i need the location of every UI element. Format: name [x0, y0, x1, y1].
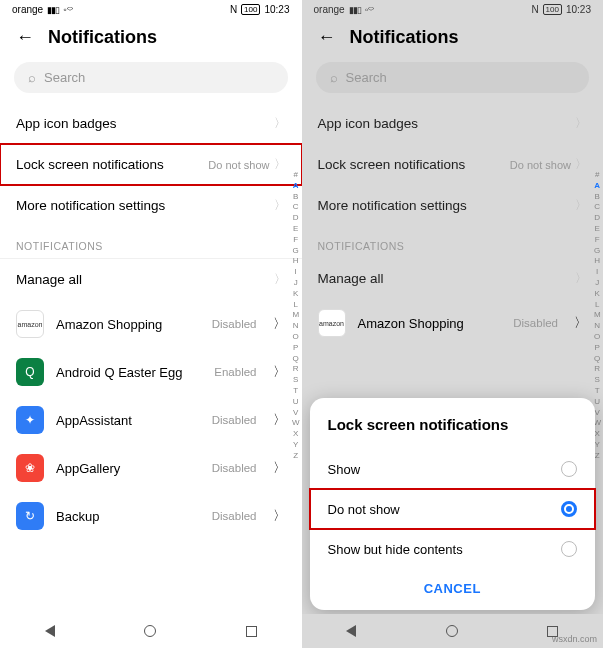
index-letter[interactable]: U [593, 397, 601, 408]
back-icon[interactable]: ← [16, 27, 34, 48]
row-manage-all[interactable]: Manage all 〉 [0, 258, 302, 300]
index-letter[interactable]: S [292, 375, 300, 386]
nav-home-icon[interactable] [446, 625, 458, 637]
search-placeholder: Search [346, 70, 387, 85]
nav-back-icon[interactable] [346, 625, 356, 637]
index-letter[interactable]: A [593, 181, 601, 192]
search-input[interactable]: ⌕ Search [14, 62, 288, 93]
sheet-option[interactable]: Show [310, 449, 596, 489]
index-letter[interactable]: K [292, 289, 300, 300]
chevron-right-icon: 〉 [274, 271, 286, 288]
index-letter[interactable]: J [292, 278, 300, 289]
index-letter[interactable]: R [292, 364, 300, 375]
sheet-option[interactable]: Do not show [310, 489, 596, 529]
index-letter[interactable]: L [292, 300, 300, 311]
index-letter[interactable]: P [292, 343, 300, 354]
app-row[interactable]: ✦AppAssistantDisabled〉 [0, 396, 302, 444]
index-letter[interactable]: L [593, 300, 601, 311]
row-more-notification-settings[interactable]: More notification settings 〉 [0, 185, 302, 226]
nav-home-icon[interactable] [144, 625, 156, 637]
row-lock-screen-notifications[interactable]: Lock screen notifications Do not show 〉 [0, 144, 302, 185]
app-row[interactable]: amazonAmazon ShoppingDisabled〉 [0, 300, 302, 348]
app-icon-appassist: ✦ [16, 406, 44, 434]
clock: 10:23 [566, 4, 591, 15]
carrier-label: orange [314, 4, 345, 15]
search-input[interactable]: ⌕ Search [316, 62, 590, 93]
index-letter[interactable]: Y [292, 440, 300, 451]
index-letter[interactable]: B [292, 192, 300, 203]
search-icon: ⌕ [28, 70, 36, 85]
index-letter[interactable]: N [292, 321, 300, 332]
row-app-icon-badges[interactable]: App icon badges 〉 [0, 103, 302, 144]
wifi-icon: ◦⌔ [365, 4, 375, 15]
index-letter[interactable]: H [292, 256, 300, 267]
row-manage-all[interactable]: Manage all 〉 [302, 258, 604, 299]
index-letter[interactable]: K [593, 289, 601, 300]
chevron-right-icon: 〉 [274, 197, 286, 214]
index-letter[interactable]: B [593, 192, 601, 203]
index-letter[interactable]: # [593, 170, 601, 181]
app-icon-amazon: amazon [318, 309, 346, 337]
index-letter[interactable]: T [292, 386, 300, 397]
index-letter[interactable]: I [593, 267, 601, 278]
index-letter[interactable]: F [593, 235, 601, 246]
nav-back-icon[interactable] [45, 625, 55, 637]
index-letter[interactable]: W [292, 418, 300, 429]
chevron-right-icon: 〉 [575, 156, 587, 173]
app-icon-backup: ↻ [16, 502, 44, 530]
index-letter[interactable]: F [292, 235, 300, 246]
index-letter[interactable]: N [593, 321, 601, 332]
index-letter[interactable]: R [593, 364, 601, 375]
index-letter[interactable]: T [593, 386, 601, 397]
index-letter[interactable]: S [593, 375, 601, 386]
row-lock-screen-notifications[interactable]: Lock screen notifications Do not show 〉 [302, 144, 604, 185]
index-letter[interactable]: O [292, 332, 300, 343]
chevron-right-icon: 〉 [575, 270, 587, 287]
index-letter[interactable]: D [292, 213, 300, 224]
index-letter[interactable]: H [593, 256, 601, 267]
index-letter[interactable]: C [593, 202, 601, 213]
index-letter[interactable]: G [593, 246, 601, 257]
index-letter[interactable]: C [292, 202, 300, 213]
index-letter[interactable]: A [292, 181, 300, 192]
index-letter[interactable]: E [292, 224, 300, 235]
app-row[interactable]: amazon Amazon Shopping Disabled 〉 [302, 299, 604, 347]
index-letter[interactable]: P [593, 343, 601, 354]
status-bar: orange ▮▮▯ ◦⌔ N 100 10:23 [0, 0, 302, 17]
sheet-title: Lock screen notifications [310, 416, 596, 449]
index-letter[interactable]: Q [593, 354, 601, 365]
index-letter[interactable]: D [593, 213, 601, 224]
back-icon[interactable]: ← [318, 27, 336, 48]
index-letter[interactable]: M [292, 310, 300, 321]
signal-icon: ▮▮▯ [349, 5, 361, 15]
index-letter[interactable]: O [593, 332, 601, 343]
index-letter[interactable]: J [593, 278, 601, 289]
search-icon: ⌕ [330, 70, 338, 85]
index-letter[interactable]: E [593, 224, 601, 235]
app-row[interactable]: ❀AppGalleryDisabled〉 [0, 444, 302, 492]
index-letter[interactable]: # [292, 170, 300, 181]
app-row[interactable]: QAndroid Q Easter EggEnabled〉 [0, 348, 302, 396]
index-letter[interactable]: V [292, 408, 300, 419]
sheet-option[interactable]: Show but hide contents [310, 529, 596, 569]
nav-recent-icon[interactable] [246, 626, 257, 637]
app-icon-appgallery: ❀ [16, 454, 44, 482]
index-letter[interactable]: M [593, 310, 601, 321]
index-letter[interactable]: I [292, 267, 300, 278]
index-letter[interactable]: G [292, 246, 300, 257]
sheet-cancel-button[interactable]: CANCEL [310, 569, 596, 602]
app-icon-android: Q [16, 358, 44, 386]
battery-icon: 100 [543, 4, 562, 15]
bottom-sheet-lock-screen: Lock screen notifications ShowDo not sho… [310, 398, 596, 610]
app-row[interactable]: ↻BackupDisabled〉 [0, 492, 302, 540]
chevron-right-icon: 〉 [273, 459, 286, 477]
app-icon-amazon: amazon [16, 310, 44, 338]
phone-left: orange ▮▮▯ ◦⌔ N 100 10:23 ← Notification… [0, 0, 302, 648]
row-app-icon-badges[interactable]: App icon badges 〉 [302, 103, 604, 144]
index-letter[interactable]: Z [292, 451, 300, 462]
index-rail[interactable]: #ABCDEFGHIJKLMNOPQRSTUVWXYZ [292, 170, 300, 462]
row-more-notification-settings[interactable]: More notification settings 〉 [302, 185, 604, 226]
index-letter[interactable]: Q [292, 354, 300, 365]
index-letter[interactable]: U [292, 397, 300, 408]
index-letter[interactable]: X [292, 429, 300, 440]
